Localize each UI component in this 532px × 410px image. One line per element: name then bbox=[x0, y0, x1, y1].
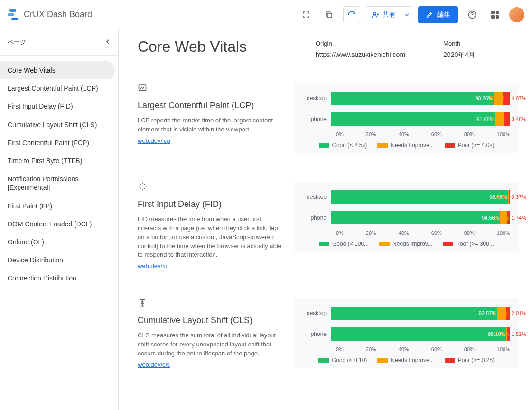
metric-info-lcp: Largest Contentful Paint (LCP) LCP repor… bbox=[138, 83, 285, 144]
metric-desc: LCP reports the render time of the large… bbox=[138, 116, 285, 134]
chart-row-label: phone bbox=[303, 331, 331, 337]
app-header: CrUX Dash Board 共有 編集 bbox=[0, 0, 532, 29]
origin-block: Origin https://www.suzukikenichi.com bbox=[316, 40, 405, 59]
chart-panel-cls: desktop 92.87% 5.12% 2.01% phone 98.18% … bbox=[294, 298, 519, 368]
sidebar-item-11[interactable]: Connection Distribution bbox=[0, 269, 115, 287]
month-block: Month 2020年4月 bbox=[443, 40, 475, 59]
metric-row-cls: Cumulative Layout Shift (CLS) CLS measur… bbox=[138, 298, 519, 368]
metric-row-fid: First Input Delay (FID) FID measures the… bbox=[138, 182, 519, 270]
header-actions: 共有 編集 bbox=[298, 6, 524, 23]
metric-title: First Input Delay (FID) bbox=[138, 199, 285, 209]
person-add-icon bbox=[371, 10, 380, 19]
sidebar-header-label: ページ bbox=[8, 38, 26, 47]
chart-row-lcp-desktop: desktop 90.86% 5.07% 4.07% bbox=[303, 90, 510, 107]
chart-bar: 98.18% 0.30% 1.52% bbox=[331, 327, 510, 341]
apps-icon[interactable] bbox=[486, 6, 504, 23]
origin-value: https://www.suzukikenichi.com bbox=[316, 51, 405, 58]
help-icon[interactable] bbox=[464, 6, 481, 23]
sidebar-item-4[interactable]: First Contentful Paint (FCP) bbox=[0, 134, 115, 152]
chart-row-label: phone bbox=[303, 116, 331, 122]
metric-link-fid[interactable]: web.dev/fid bbox=[138, 262, 169, 270]
sidebar: ページ Core Web VitalsLargest Contentful Pa… bbox=[0, 29, 119, 410]
chart-row-label: desktop bbox=[303, 95, 331, 102]
sidebar-item-8[interactable]: DOM Content Loaded (DCL) bbox=[0, 215, 115, 233]
metric-info-fid: First Input Delay (FID) FID measures the… bbox=[138, 182, 285, 270]
svg-point-1 bbox=[373, 12, 376, 14]
chart-row-cls-desktop: desktop 92.87% 5.12% 2.01% bbox=[303, 305, 510, 322]
chart-row-fid-desktop: desktop 98.88% 0.75% 0.37% bbox=[303, 188, 510, 205]
chart-axis: 0%20%40%60%80%100% bbox=[336, 131, 510, 137]
metric-link-cls[interactable]: web.dev/cls bbox=[138, 361, 170, 368]
metric-row-lcp: Largest Contentful Paint (LCP) LCP repor… bbox=[138, 83, 519, 153]
page-title: Core Web Vitals bbox=[138, 38, 297, 56]
chart-panel-fid: desktop 98.88% 0.75% 0.37% phone 94.56% … bbox=[294, 182, 519, 252]
sidebar-item-1[interactable]: Largest Contentful Paint (LCP) bbox=[0, 79, 115, 97]
legend-ni: Needs Improve... bbox=[377, 357, 434, 363]
chart-row-label: phone bbox=[303, 214, 331, 221]
sidebar-item-7[interactable]: First Paint (FP) bbox=[0, 197, 115, 215]
metric-info-cls: Cumulative Layout Shift (CLS) CLS measur… bbox=[138, 298, 285, 368]
legend-good: Good (< 0.10) bbox=[318, 357, 367, 363]
fid-icon bbox=[138, 182, 285, 193]
fullscreen-icon[interactable] bbox=[298, 6, 315, 23]
legend-poor: Poor (>= 4.0s) bbox=[445, 142, 495, 149]
chart-row-label: desktop bbox=[303, 310, 331, 317]
chart-bar: 91.68% 4.84% 3.48% bbox=[331, 112, 510, 126]
chart-bar: 90.86% 5.07% 4.07% bbox=[331, 92, 510, 105]
chart-bar: 92.87% 5.12% 2.01% bbox=[331, 307, 510, 320]
chart-panel-lcp: desktop 90.86% 5.07% 4.07% phone 91.68% … bbox=[294, 83, 519, 153]
edit-button[interactable]: 編集 bbox=[418, 6, 458, 23]
sidebar-nav: Core Web VitalsLargest Contentful Paint … bbox=[0, 56, 118, 287]
refresh-button[interactable] bbox=[343, 6, 360, 23]
sidebar-item-10[interactable]: Device Distribution bbox=[0, 251, 115, 269]
legend-poor: Poor (>= 300... bbox=[443, 241, 494, 247]
share-button[interactable]: 共有 bbox=[366, 6, 412, 23]
origin-label: Origin bbox=[316, 40, 405, 47]
datastudio-logo-icon bbox=[8, 9, 19, 20]
sidebar-item-9[interactable]: Onload (OL) bbox=[0, 233, 115, 251]
month-value: 2020年4月 bbox=[443, 51, 475, 59]
metric-link-lcp[interactable]: web.dev/lcp bbox=[138, 137, 170, 144]
metric-title: Largest Contentful Paint (LCP) bbox=[138, 101, 285, 111]
chart-axis: 0%20%40%60%80%100% bbox=[336, 346, 510, 352]
share-label: 共有 bbox=[383, 10, 396, 19]
chart-row-lcp-phone: phone 91.68% 4.84% 3.48% bbox=[303, 111, 510, 128]
svg-rect-0 bbox=[327, 13, 332, 18]
sidebar-item-3[interactable]: Cumulative Layout Shift (CLS) bbox=[0, 116, 115, 134]
legend-ni: Needs Improve... bbox=[377, 142, 434, 149]
share-dropdown-caret[interactable] bbox=[401, 7, 412, 23]
sidebar-item-0[interactable]: Core Web Vitals bbox=[0, 61, 115, 79]
metric-title: Cumulative Layout Shift (CLS) bbox=[138, 316, 285, 326]
chart-row-cls-phone: phone 98.18% 0.30% 1.52% bbox=[303, 326, 510, 343]
chevron-down-icon bbox=[404, 12, 409, 17]
chevron-left-icon bbox=[105, 39, 111, 46]
legend-good: Good (< 2.5s) bbox=[319, 142, 367, 149]
chart-legend: Good (< 2.5s) Needs Improve... Poor (>= … bbox=[303, 142, 510, 149]
sidebar-item-2[interactable]: First Input Delay (FID) bbox=[0, 97, 115, 115]
metric-desc: FID measures the time from when a user f… bbox=[138, 215, 285, 260]
chart-axis: 0%20%40%60%80%100% bbox=[336, 230, 510, 236]
lcp-icon bbox=[138, 83, 285, 94]
chart-row-fid-phone: phone 94.56% 3.70% 1.74% bbox=[303, 209, 510, 226]
app-title: CrUX Dash Board bbox=[24, 9, 92, 19]
chart-bar: 94.56% 3.70% 1.74% bbox=[331, 211, 510, 224]
chart-bar: 98.88% 0.75% 0.37% bbox=[331, 190, 510, 204]
edit-label: 編集 bbox=[437, 10, 450, 19]
legend-poor: Poor (>= 0.25) bbox=[445, 357, 495, 363]
copy-icon[interactable] bbox=[320, 6, 337, 23]
main-content: Core Web Vitals Origin https://www.suzuk… bbox=[119, 29, 532, 410]
legend-good: Good (< 100... bbox=[319, 241, 369, 247]
cls-icon bbox=[138, 298, 285, 309]
pencil-icon bbox=[426, 11, 433, 19]
logo: CrUX Dash Board bbox=[8, 9, 92, 20]
chart-legend: Good (< 0.10) Needs Improve... Poor (>= … bbox=[303, 357, 510, 363]
chart-row-label: desktop bbox=[303, 194, 331, 200]
metric-desc: CLS measures the sum total of all indivi… bbox=[138, 331, 285, 358]
chart-legend: Good (< 100... Needs Improv... Poor (>= … bbox=[303, 241, 510, 247]
sidebar-header[interactable]: ページ bbox=[0, 29, 118, 56]
month-label: Month bbox=[443, 40, 475, 47]
sidebar-item-5[interactable]: Time to First Byte (TTFB) bbox=[0, 152, 115, 170]
legend-ni: Needs Improv... bbox=[379, 241, 432, 247]
user-avatar[interactable] bbox=[509, 7, 524, 22]
sidebar-item-6[interactable]: Notification Permissions [Experimental] bbox=[0, 170, 115, 196]
